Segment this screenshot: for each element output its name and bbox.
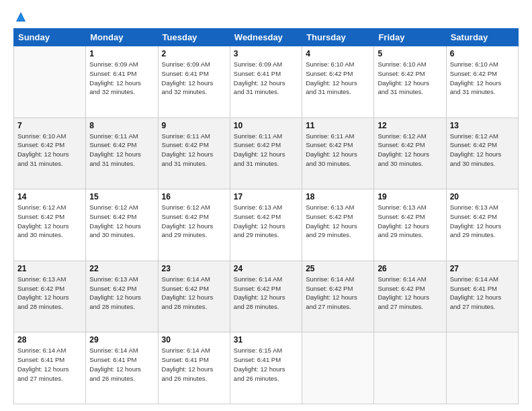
day-info: Sunrise: 6:12 AM Sunset: 6:42 PM Dayligh… [89, 203, 154, 240]
calendar-cell [302, 332, 374, 404]
day-info: Sunrise: 6:13 AM Sunset: 6:42 PM Dayligh… [89, 275, 154, 312]
day-number: 16 [162, 192, 226, 201]
calendar-week-row: 7Sunrise: 6:10 AM Sunset: 6:42 PM Daylig… [14, 118, 519, 189]
day-info: Sunrise: 6:09 AM Sunset: 6:41 PM Dayligh… [89, 60, 154, 97]
day-info: Sunrise: 6:11 AM Sunset: 6:42 PM Dayligh… [162, 132, 226, 169]
logo [13, 11, 27, 23]
calendar-cell: 14Sunrise: 6:12 AM Sunset: 6:42 PM Dayli… [14, 189, 86, 261]
calendar-cell [446, 332, 518, 404]
day-info: Sunrise: 6:14 AM Sunset: 6:41 PM Dayligh… [450, 275, 515, 312]
calendar-cell: 13Sunrise: 6:12 AM Sunset: 6:42 PM Dayli… [446, 118, 518, 189]
header-cell-tuesday: Tuesday [158, 29, 230, 46]
calendar-cell: 29Sunrise: 6:14 AM Sunset: 6:41 PM Dayli… [86, 332, 158, 404]
day-info: Sunrise: 6:10 AM Sunset: 6:42 PM Dayligh… [450, 60, 515, 97]
day-info: Sunrise: 6:10 AM Sunset: 6:42 PM Dayligh… [17, 132, 82, 169]
day-number: 17 [234, 192, 298, 201]
day-number: 27 [450, 264, 515, 273]
calendar-cell [374, 332, 446, 404]
day-number: 12 [378, 121, 442, 130]
calendar-cell: 5Sunrise: 6:10 AM Sunset: 6:42 PM Daylig… [374, 46, 446, 118]
day-info: Sunrise: 6:12 AM Sunset: 6:42 PM Dayligh… [17, 203, 82, 240]
day-number: 15 [89, 192, 154, 201]
day-number: 4 [306, 49, 370, 58]
day-info: Sunrise: 6:09 AM Sunset: 6:41 PM Dayligh… [234, 60, 298, 97]
day-number: 18 [306, 192, 370, 201]
calendar-cell: 26Sunrise: 6:14 AM Sunset: 6:42 PM Dayli… [374, 261, 446, 332]
day-number: 6 [450, 49, 515, 58]
day-number: 9 [162, 121, 226, 130]
day-number: 10 [234, 121, 298, 130]
day-number: 5 [378, 49, 442, 58]
calendar-cell: 11Sunrise: 6:11 AM Sunset: 6:42 PM Dayli… [302, 118, 374, 189]
day-info: Sunrise: 6:14 AM Sunset: 6:41 PM Dayligh… [89, 346, 154, 383]
calendar-cell: 15Sunrise: 6:12 AM Sunset: 6:42 PM Dayli… [86, 189, 158, 261]
day-info: Sunrise: 6:13 AM Sunset: 6:42 PM Dayligh… [234, 203, 298, 240]
day-number: 1 [89, 49, 154, 58]
calendar-table: SundayMondayTuesdayWednesdayThursdayFrid… [13, 28, 519, 404]
day-number: 8 [89, 121, 154, 130]
calendar-cell: 31Sunrise: 6:15 AM Sunset: 6:41 PM Dayli… [230, 332, 302, 404]
day-number: 28 [17, 335, 82, 345]
calendar-cell: 25Sunrise: 6:14 AM Sunset: 6:42 PM Dayli… [302, 261, 374, 332]
day-info: Sunrise: 6:11 AM Sunset: 6:42 PM Dayligh… [89, 132, 154, 169]
calendar-cell: 17Sunrise: 6:13 AM Sunset: 6:42 PM Dayli… [230, 189, 302, 261]
calendar-week-row: 21Sunrise: 6:13 AM Sunset: 6:42 PM Dayli… [14, 261, 519, 332]
calendar-cell: 3Sunrise: 6:09 AM Sunset: 6:41 PM Daylig… [230, 46, 302, 118]
day-info: Sunrise: 6:10 AM Sunset: 6:42 PM Dayligh… [306, 60, 370, 97]
day-info: Sunrise: 6:12 AM Sunset: 6:42 PM Dayligh… [450, 132, 515, 169]
calendar-cell: 23Sunrise: 6:14 AM Sunset: 6:42 PM Dayli… [158, 261, 230, 332]
calendar-cell: 30Sunrise: 6:14 AM Sunset: 6:41 PM Dayli… [158, 332, 230, 404]
page: SundayMondayTuesdayWednesdayThursdayFrid… [0, 0, 532, 411]
day-info: Sunrise: 6:15 AM Sunset: 6:41 PM Dayligh… [234, 346, 298, 383]
calendar-cell: 10Sunrise: 6:11 AM Sunset: 6:42 PM Dayli… [230, 118, 302, 189]
calendar-cell: 27Sunrise: 6:14 AM Sunset: 6:41 PM Dayli… [446, 261, 518, 332]
day-info: Sunrise: 6:14 AM Sunset: 6:41 PM Dayligh… [17, 346, 82, 383]
calendar-week-row: 1Sunrise: 6:09 AM Sunset: 6:41 PM Daylig… [14, 46, 519, 118]
day-info: Sunrise: 6:13 AM Sunset: 6:42 PM Dayligh… [17, 275, 82, 312]
day-number: 11 [306, 121, 370, 130]
day-number: 2 [162, 49, 226, 58]
day-number: 20 [450, 192, 515, 201]
day-number: 31 [234, 335, 298, 345]
calendar-cell: 8Sunrise: 6:11 AM Sunset: 6:42 PM Daylig… [86, 118, 158, 189]
day-number: 30 [162, 335, 226, 345]
header-cell-wednesday: Wednesday [230, 29, 302, 46]
calendar-cell: 12Sunrise: 6:12 AM Sunset: 6:42 PM Dayli… [374, 118, 446, 189]
calendar-cell: 16Sunrise: 6:12 AM Sunset: 6:42 PM Dayli… [158, 189, 230, 261]
day-info: Sunrise: 6:12 AM Sunset: 6:42 PM Dayligh… [378, 132, 442, 169]
header-row: SundayMondayTuesdayWednesdayThursdayFrid… [14, 29, 519, 46]
calendar-cell: 19Sunrise: 6:13 AM Sunset: 6:42 PM Dayli… [374, 189, 446, 261]
calendar-cell: 18Sunrise: 6:13 AM Sunset: 6:42 PM Dayli… [302, 189, 374, 261]
day-number: 23 [162, 264, 226, 273]
header-cell-sunday: Sunday [14, 29, 86, 46]
header-cell-friday: Friday [374, 29, 446, 46]
day-info: Sunrise: 6:14 AM Sunset: 6:41 PM Dayligh… [162, 346, 226, 383]
day-info: Sunrise: 6:10 AM Sunset: 6:42 PM Dayligh… [378, 60, 442, 97]
day-info: Sunrise: 6:13 AM Sunset: 6:42 PM Dayligh… [306, 203, 370, 240]
header-cell-thursday: Thursday [302, 29, 374, 46]
calendar-cell: 24Sunrise: 6:14 AM Sunset: 6:42 PM Dayli… [230, 261, 302, 332]
day-info: Sunrise: 6:12 AM Sunset: 6:42 PM Dayligh… [162, 203, 226, 240]
logo-icon [15, 11, 27, 23]
calendar-week-row: 14Sunrise: 6:12 AM Sunset: 6:42 PM Dayli… [14, 189, 519, 261]
header-cell-saturday: Saturday [446, 29, 518, 46]
calendar-cell: 6Sunrise: 6:10 AM Sunset: 6:42 PM Daylig… [446, 46, 518, 118]
day-info: Sunrise: 6:14 AM Sunset: 6:42 PM Dayligh… [162, 275, 226, 312]
day-number: 14 [17, 192, 82, 201]
day-info: Sunrise: 6:09 AM Sunset: 6:41 PM Dayligh… [162, 60, 226, 97]
day-number: 24 [234, 264, 298, 273]
day-number: 25 [306, 264, 370, 273]
header [13, 11, 519, 23]
day-number: 7 [17, 121, 82, 130]
calendar-week-row: 28Sunrise: 6:14 AM Sunset: 6:41 PM Dayli… [14, 332, 519, 404]
day-info: Sunrise: 6:14 AM Sunset: 6:42 PM Dayligh… [378, 275, 442, 312]
calendar-cell: 2Sunrise: 6:09 AM Sunset: 6:41 PM Daylig… [158, 46, 230, 118]
svg-marker-1 [17, 13, 25, 21]
day-number: 29 [89, 335, 154, 345]
calendar-cell: 1Sunrise: 6:09 AM Sunset: 6:41 PM Daylig… [86, 46, 158, 118]
day-info: Sunrise: 6:13 AM Sunset: 6:42 PM Dayligh… [450, 203, 515, 240]
calendar-cell: 4Sunrise: 6:10 AM Sunset: 6:42 PM Daylig… [302, 46, 374, 118]
day-info: Sunrise: 6:13 AM Sunset: 6:42 PM Dayligh… [378, 203, 442, 240]
calendar-cell: 21Sunrise: 6:13 AM Sunset: 6:42 PM Dayli… [14, 261, 86, 332]
calendar-cell: 20Sunrise: 6:13 AM Sunset: 6:42 PM Dayli… [446, 189, 518, 261]
